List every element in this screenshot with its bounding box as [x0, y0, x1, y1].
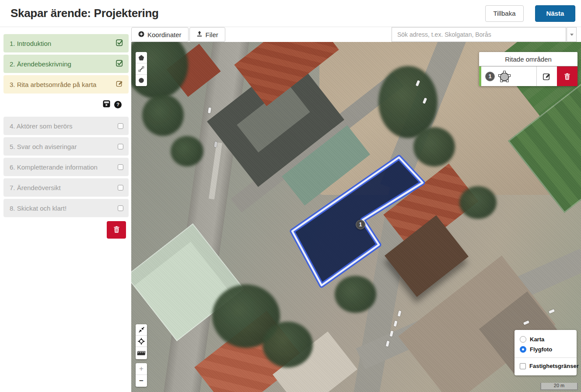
- step-kompletterande[interactable]: 6. Kompletterande information: [4, 158, 129, 176]
- edit-area-button[interactable]: [536, 66, 557, 86]
- map-toolbar: Koordinater Filer: [131, 27, 581, 42]
- coordinates-label: Koordinater: [147, 31, 182, 38]
- area-marker[interactable]: 1: [356, 220, 365, 229]
- drawn-areas-panel: Ritade områden 1: [479, 52, 578, 86]
- delete-area-button[interactable]: [557, 66, 578, 86]
- radio-checked-icon: [520, 346, 526, 353]
- edit-square-icon: [116, 80, 123, 89]
- step-rita-arbetsomrade[interactable]: 3. Rita arbetsområde på karta: [4, 75, 129, 94]
- drawn-areas-title: Ritade områden: [479, 52, 578, 66]
- polygon-icon: [138, 54, 145, 61]
- drawn-area-list-item[interactable]: 1: [479, 66, 578, 86]
- spacer: [511, 66, 536, 86]
- step-label: 8. Skickat och klart!: [10, 205, 66, 212]
- layer-label: Karta: [530, 336, 544, 343]
- area-accent-bar: [479, 66, 481, 86]
- step-label: 5. Svar och aviseringar: [10, 143, 77, 150]
- page-title: Skapar ärende: Projektering: [10, 7, 485, 20]
- step-label: 6. Kompletterande information: [10, 163, 98, 171]
- youtube-icon[interactable]: [103, 100, 110, 109]
- address-search-input[interactable]: [392, 27, 566, 42]
- step-arendeoversikt[interactable]: 7. Ärendeöversikt: [4, 178, 129, 197]
- area-badge: 1: [485, 72, 495, 81]
- ruler-icon: [137, 350, 146, 356]
- files-label: Filer: [206, 31, 218, 38]
- empty-checkbox-icon: [118, 144, 123, 149]
- search-dropdown-button[interactable]: [567, 27, 577, 42]
- trash-icon: [113, 226, 120, 234]
- layer-option-fastighetsgranser[interactable]: Fastighetsgränser: [520, 361, 571, 371]
- check-square-icon: [116, 39, 123, 48]
- map-canvas[interactable]: 1: [131, 42, 581, 392]
- line-icon: [138, 66, 145, 73]
- zoom-controls: [136, 363, 147, 387]
- step-aktorer[interactable]: 4. Aktörer som berörs: [4, 117, 129, 135]
- draw-line-tool[interactable]: [136, 63, 147, 75]
- layer-label: Flygfoto: [530, 346, 552, 353]
- edit-square-icon: [542, 72, 551, 81]
- polygon-icon: [498, 70, 511, 82]
- crosshair-icon: [138, 338, 145, 345]
- compress-arrows-icon: [138, 326, 145, 333]
- zoom-in-button[interactable]: [136, 363, 147, 375]
- delete-case-button[interactable]: [107, 221, 126, 239]
- divider: [514, 357, 577, 358]
- next-button[interactable]: Nästa: [535, 5, 575, 22]
- zoom-to-extent-button[interactable]: [136, 324, 147, 336]
- measure-button[interactable]: [136, 347, 147, 359]
- step-label: 1. Introduktion: [10, 40, 51, 47]
- upload-icon: [196, 31, 203, 38]
- step-label: 3. Rita arbetsområde på karta: [10, 81, 96, 88]
- plus-circle-icon: [138, 31, 144, 38]
- step-introduktion[interactable]: 1. Introduktion: [4, 34, 129, 52]
- layer-option-flygfoto[interactable]: Flygfoto: [520, 344, 571, 354]
- step-svar-aviseringar[interactable]: 5. Svar och aviseringar: [4, 137, 129, 156]
- empty-checkbox-icon: [118, 164, 123, 170]
- circle-icon: [138, 77, 145, 84]
- empty-checkbox-icon: [118, 185, 123, 191]
- checkbox-unchecked-icon: [520, 363, 526, 369]
- draw-tools: [136, 52, 147, 86]
- check-square-icon: [116, 59, 123, 68]
- trash-icon: [564, 73, 570, 80]
- step-help-row: [4, 96, 129, 113]
- back-button[interactable]: Tillbaka: [485, 5, 524, 22]
- step-arendebeskrivning[interactable]: 2. Ärendebeskrivning: [4, 55, 129, 73]
- view-tools: [136, 324, 147, 359]
- coordinates-button[interactable]: Koordinater: [131, 27, 189, 42]
- geolocate-button[interactable]: [136, 336, 147, 347]
- radio-unchecked-icon: [520, 336, 526, 343]
- files-button[interactable]: Filer: [189, 27, 225, 42]
- empty-checkbox-icon: [118, 123, 123, 129]
- empty-checkbox-icon: [118, 205, 123, 211]
- help-icon[interactable]: [114, 101, 122, 108]
- layers-panel: Karta Flygfoto Fastighetsgränser: [514, 330, 577, 375]
- map-scale-bar: 20 m: [540, 383, 578, 390]
- step-label: 2. Ärendebeskrivning: [10, 60, 71, 68]
- page-header: Skapar ärende: Projektering Tillbaka Näs…: [0, 0, 581, 27]
- zoom-out-button[interactable]: [136, 375, 147, 387]
- draw-circle-tool[interactable]: [136, 75, 147, 86]
- step-label: 7. Ärendeöversikt: [10, 184, 61, 191]
- draw-polygon-tool[interactable]: [136, 52, 147, 63]
- step-skickat[interactable]: 8. Skickat och klart!: [4, 199, 129, 217]
- step-label: 4. Aktörer som berörs: [10, 122, 72, 130]
- wizard-sidebar: 1. Introduktion 2. Ärendebeskrivning 3. …: [0, 27, 131, 392]
- chevron-down-icon: [570, 34, 574, 38]
- layer-label: Fastighetsgränser: [529, 363, 579, 369]
- layer-option-karta[interactable]: Karta: [520, 334, 571, 344]
